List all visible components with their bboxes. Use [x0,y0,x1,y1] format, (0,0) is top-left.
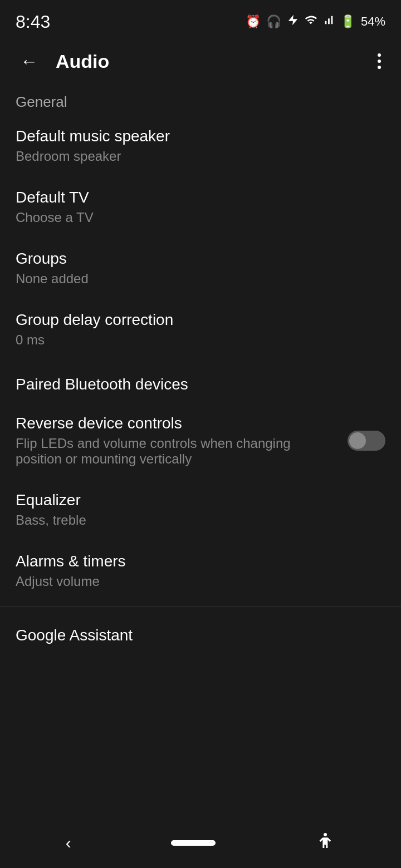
more-dot-2 [378,60,381,63]
group-delay-correction-title: Group delay correction [16,311,385,329]
nav-home-button[interactable] [171,840,216,846]
section-divider [0,606,401,606]
alarm-icon: ⏰ [246,14,261,29]
reverse-device-controls-toggle[interactable] [348,431,385,451]
bottom-nav: ‹ [0,818,401,868]
app-bar: ← Audio [0,39,401,83]
group-delay-correction-subtitle: 0 ms [16,332,385,348]
reverse-device-controls-content: Reverse device controls Flip LEDs and vo… [16,415,348,467]
settings-item-default-tv[interactable]: Default TV Choose a TV [0,176,401,238]
nav-accessibility-button[interactable] [306,822,344,864]
settings-item-equalizer[interactable]: Equalizer Bass, treble [0,479,401,540]
headphone-icon: 🎧 [266,14,281,29]
groups-subtitle: None added [16,271,385,287]
settings-item-default-music-speaker[interactable]: Default music speaker Bedroom speaker [0,115,401,176]
wifi-icon [305,14,317,29]
default-music-speaker-title: Default music speaker [16,127,385,145]
status-icons: ⏰ 🎧 🔋 54% [246,14,385,29]
settings-item-groups[interactable]: Groups None added [0,238,401,299]
nav-back-button[interactable]: ‹ [57,825,80,861]
assistant-icon [287,14,299,29]
default-tv-title: Default TV [16,189,385,206]
reverse-device-controls-row: Reverse device controls Flip LEDs and vo… [16,415,385,467]
reverse-device-controls-title: Reverse device controls [16,415,336,432]
default-tv-subtitle: Choose a TV [16,210,385,225]
paired-bluetooth-section-label: Paired Bluetooth devices [0,360,401,402]
back-arrow-icon: ← [20,51,38,71]
settings-item-alarms-timers[interactable]: Alarms & timers Adjust volume [0,540,401,601]
battery-icon: 🔋 [340,14,355,29]
toggle-knob [349,432,366,449]
app-title: Audio [56,51,109,72]
bottom-nav-spacer [0,653,401,703]
svg-marker-0 [288,15,298,25]
more-dot-1 [378,53,381,57]
default-music-speaker-subtitle: Bedroom speaker [16,149,385,164]
alarms-timers-subtitle: Adjust volume [16,574,385,589]
reverse-device-controls-subtitle: Flip LEDs and volume controls when chang… [16,436,336,467]
status-time: 8:43 [16,12,50,32]
equalizer-subtitle: Bass, treble [16,512,385,528]
alarms-timers-title: Alarms & timers [16,553,385,570]
battery-percentage: 54% [361,14,385,29]
more-options-button[interactable] [373,49,385,73]
google-assistant-section-label: Google Assistant [0,611,401,653]
more-dot-3 [378,66,381,69]
settings-item-group-delay-correction[interactable]: Group delay correction 0 ms [0,299,401,360]
app-bar-left: ← Audio [16,47,109,76]
back-button[interactable]: ← [16,47,42,76]
settings-item-reverse-device-controls[interactable]: Reverse device controls Flip LEDs and vo… [0,402,401,479]
status-bar: 8:43 ⏰ 🎧 🔋 54% [0,0,401,39]
signal-icon [322,14,335,29]
equalizer-title: Equalizer [16,491,385,509]
groups-title: Groups [16,250,385,268]
svg-point-1 [324,833,327,836]
general-section-label: General [0,83,401,115]
